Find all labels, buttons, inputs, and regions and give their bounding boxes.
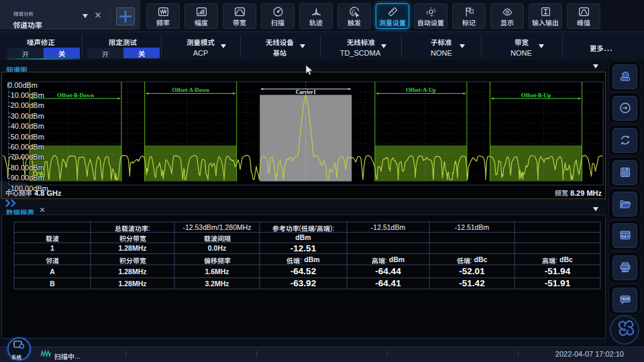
svg-text:*SCPI: *SCPI [621, 298, 629, 301]
